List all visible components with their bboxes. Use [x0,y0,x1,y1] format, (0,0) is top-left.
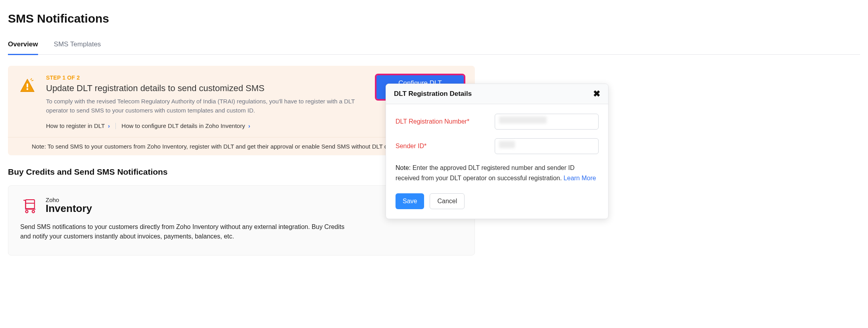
warning-icon [19,74,36,137]
brand-text: Zoho Inventory [46,197,92,214]
divider [115,123,116,129]
close-icon[interactable]: ✖ [593,90,600,98]
link-how-to-register-dlt[interactable]: How to register in DLT › [46,122,114,129]
tab-sms-templates[interactable]: SMS Templates [54,37,101,55]
svg-point-4 [32,210,35,213]
cancel-button[interactable]: Cancel [430,193,465,209]
page-title: SMS Notifications [8,12,860,25]
svg-point-1 [27,88,29,90]
modal-title: DLT Registration Details [394,90,472,98]
dlt-registration-number-input[interactable] [495,114,599,130]
chevron-right-icon: › [248,122,250,129]
step-title: Update DLT registration details to send … [46,83,367,93]
note-prefix: Note: [396,164,413,171]
step-indicator: STEP 1 OF 2 [46,74,367,81]
chevron-right-icon: › [108,122,110,129]
link-text: How to configure DLT details in Zoho Inv… [121,122,245,129]
learn-more-link[interactable]: Learn More [564,175,596,181]
svg-rect-2 [26,200,35,209]
step-description: To comply with the revised Telecom Regul… [46,97,367,115]
modal-note: Note: Enter the approved DLT registered … [396,163,599,183]
dlt-registration-number-label: DLT Registration Number* [396,118,495,125]
sms-card-description: Send SMS notifications to your customers… [20,222,350,242]
sender-id-input[interactable] [495,138,599,154]
brand-small: Zoho [46,197,92,203]
dlt-registration-modal: DLT Registration Details ✖ DLT Registrat… [386,84,609,219]
link-how-to-configure-dlt[interactable]: How to configure DLT details in Zoho Inv… [121,122,252,129]
cart-icon [20,196,39,215]
save-button[interactable]: Save [396,193,424,209]
link-text: How to register in DLT [46,122,105,129]
tab-overview[interactable]: Overview [8,37,38,55]
svg-point-3 [26,210,28,213]
sender-id-label: Sender ID* [396,143,495,150]
brand-big: Inventory [46,203,92,214]
tabs: Overview SMS Templates [8,37,860,55]
note-body: Enter the approved DLT registered number… [396,164,574,181]
svg-rect-0 [27,83,28,88]
step-links: How to register in DLT › How to configur… [46,122,367,137]
